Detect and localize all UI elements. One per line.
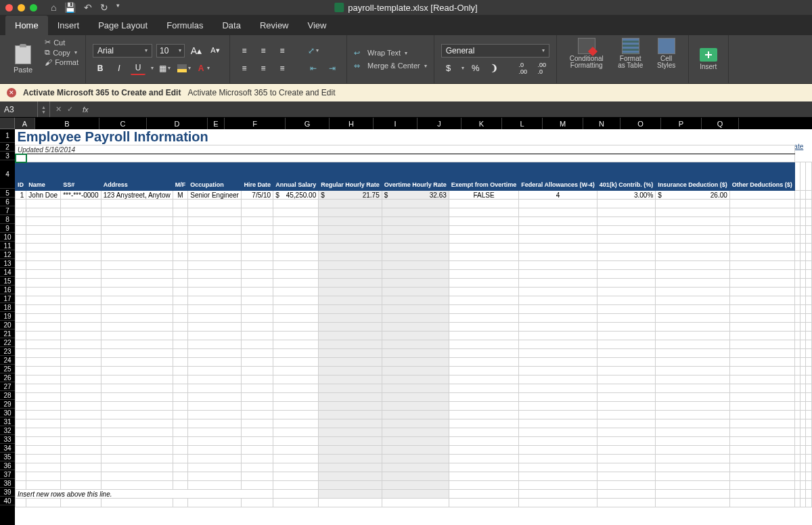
row-4-headers[interactable]: ID Name SS# Address M/F Occupation Hire … bbox=[16, 162, 812, 191]
cell-reg[interactable]: $21.75 bbox=[319, 191, 382, 200]
row-header-4[interactable]: 4 bbox=[0, 160, 15, 189]
col-header-N[interactable]: N bbox=[583, 118, 621, 129]
row-header-27[interactable]: 27 bbox=[0, 382, 15, 391]
wrap-text-button[interactable]: ↩ Wrap Text▾ bbox=[354, 49, 427, 58]
close-window-button[interactable] bbox=[5, 4, 13, 12]
align-right-icon[interactable]: ≡ bbox=[275, 62, 290, 75]
percent-button[interactable]: % bbox=[468, 62, 483, 75]
col-header-C[interactable]: C bbox=[99, 118, 147, 129]
row-header-13[interactable]: 13 bbox=[0, 259, 15, 268]
row-header-17[interactable]: 17 bbox=[0, 294, 15, 303]
cell-other[interactable] bbox=[729, 191, 794, 200]
row-17[interactable] bbox=[16, 296, 812, 305]
col-header-Q[interactable]: Q bbox=[702, 118, 739, 129]
row-header-20[interactable]: 20 bbox=[0, 321, 15, 329]
accept-formula-icon[interactable]: ✓ bbox=[67, 105, 73, 114]
row-14[interactable] bbox=[16, 270, 812, 279]
merge-center-button[interactable]: ⇔ Merge & Center▾ bbox=[354, 62, 427, 70]
row-30[interactable] bbox=[16, 411, 812, 419]
tab-insert[interactable]: Insert bbox=[48, 16, 89, 35]
increase-indent-icon[interactable]: ⇥ bbox=[325, 62, 340, 75]
cell-ot[interactable]: $32.63 bbox=[382, 191, 449, 200]
cancel-formula-icon[interactable]: ✕ bbox=[55, 105, 62, 114]
col-header-J[interactable]: J bbox=[418, 118, 461, 129]
select-all-corner[interactable] bbox=[0, 118, 15, 129]
row-26[interactable] bbox=[16, 375, 812, 384]
qat-chevron-icon[interactable]: ▾ bbox=[116, 2, 120, 13]
cell-hire[interactable]: 7/5/10 bbox=[242, 191, 273, 200]
row-37[interactable] bbox=[16, 472, 812, 481]
row-12[interactable] bbox=[16, 252, 812, 261]
row-6[interactable] bbox=[16, 200, 812, 208]
col-header-L[interactable]: L bbox=[502, 118, 543, 129]
insert-cells-button[interactable]: Insert bbox=[696, 48, 721, 70]
align-middle-icon[interactable]: ≡ bbox=[256, 44, 271, 58]
tab-home[interactable]: Home bbox=[5, 16, 48, 35]
redo-icon[interactable]: ↻ bbox=[100, 2, 108, 13]
row-header-37[interactable]: 37 bbox=[0, 470, 15, 479]
borders-button[interactable]: ▦▾ bbox=[158, 62, 173, 75]
row-36[interactable] bbox=[16, 463, 812, 472]
col-header-P[interactable]: P bbox=[661, 118, 702, 129]
row-header-30[interactable]: 30 bbox=[0, 409, 15, 417]
conditional-formatting-button[interactable]: Conditional Formatting bbox=[564, 38, 610, 81]
row-2[interactable]: Updated 5/16/2014 bbox=[16, 145, 812, 154]
row-header-32[interactable]: 32 bbox=[0, 426, 15, 435]
cell-ins[interactable]: $26.00 bbox=[656, 191, 730, 200]
row-5-data[interactable]: 1 John Doe ***-***-0000 123 Anystreet, A… bbox=[16, 191, 812, 200]
row-header-3[interactable]: 3 bbox=[0, 152, 15, 160]
decrease-indent-icon[interactable]: ⇤ bbox=[306, 62, 321, 75]
row-header-18[interactable]: 18 bbox=[0, 303, 15, 312]
row-18[interactable] bbox=[16, 305, 812, 314]
row-header-1[interactable]: 1 bbox=[0, 129, 15, 143]
cells-area[interactable]: Employee Payroll Information ░░ vertex42… bbox=[15, 129, 812, 525]
decrease-decimal-button[interactable]: .00.0 bbox=[535, 62, 549, 75]
format-painter-button[interactable]: 🖌Format bbox=[45, 58, 78, 66]
row-header-7[interactable]: 7 bbox=[0, 206, 15, 215]
tab-page-layout[interactable]: Page Layout bbox=[89, 16, 157, 35]
paste-button[interactable]: Paste bbox=[7, 38, 39, 81]
row-header-33[interactable]: 33 bbox=[0, 435, 15, 444]
row-19[interactable] bbox=[16, 314, 812, 323]
row-header-28[interactable]: 28 bbox=[0, 391, 15, 400]
increase-font-icon[interactable]: A▴ bbox=[189, 44, 204, 58]
cell-styles-button[interactable]: Cell Styles bbox=[652, 38, 681, 81]
cell-occ[interactable]: Senior Engineer bbox=[188, 191, 242, 200]
row-header-22[interactable]: 22 bbox=[0, 338, 15, 347]
home-icon[interactable]: ⌂ bbox=[51, 2, 56, 13]
tab-view[interactable]: View bbox=[298, 16, 336, 35]
row-15[interactable] bbox=[16, 279, 812, 288]
row-10[interactable] bbox=[16, 235, 812, 244]
cell-name[interactable]: John Doe bbox=[26, 191, 61, 200]
row-28[interactable] bbox=[16, 393, 812, 402]
row-9[interactable] bbox=[16, 226, 812, 235]
tab-formulas[interactable]: Formulas bbox=[157, 16, 212, 35]
row-header-24[interactable]: 24 bbox=[0, 356, 15, 365]
row-header-40[interactable]: 40 bbox=[0, 497, 15, 505]
row-27[interactable] bbox=[16, 384, 812, 393]
row-header-19[interactable]: 19 bbox=[0, 312, 15, 321]
row-1[interactable]: Employee Payroll Information ░░ vertex42… bbox=[16, 129, 812, 145]
maximize-window-button[interactable] bbox=[30, 4, 37, 12]
align-left-icon[interactable]: ≡ bbox=[237, 62, 252, 75]
increase-decimal-button[interactable]: .0.00 bbox=[516, 62, 531, 75]
orientation-button[interactable]: ⤢▾ bbox=[306, 44, 321, 58]
row-21[interactable] bbox=[16, 332, 812, 340]
row-35[interactable] bbox=[16, 455, 812, 463]
col-header-B[interactable]: B bbox=[35, 118, 99, 129]
row-header-16[interactable]: 16 bbox=[0, 286, 15, 294]
row-header-2[interactable]: 2 bbox=[0, 143, 15, 152]
copy-button[interactable]: ⧉Copy▾ bbox=[45, 48, 78, 57]
cell-id[interactable]: 1 bbox=[16, 191, 26, 200]
row-header-23[interactable]: 23 bbox=[0, 347, 15, 356]
font-size-select[interactable]: 10▾ bbox=[156, 44, 185, 58]
row-20[interactable] bbox=[16, 323, 812, 332]
decrease-font-icon[interactable]: A▾ bbox=[208, 44, 223, 58]
underline-button[interactable]: U bbox=[131, 62, 145, 75]
col-header-O[interactable]: O bbox=[621, 118, 661, 129]
cell-mf[interactable]: M bbox=[173, 191, 188, 200]
font-family-select[interactable]: Arial▾ bbox=[93, 44, 152, 58]
name-box[interactable]: A3 bbox=[0, 101, 38, 117]
number-format-select[interactable]: General▾ bbox=[441, 44, 549, 58]
row-40[interactable] bbox=[16, 499, 812, 507]
